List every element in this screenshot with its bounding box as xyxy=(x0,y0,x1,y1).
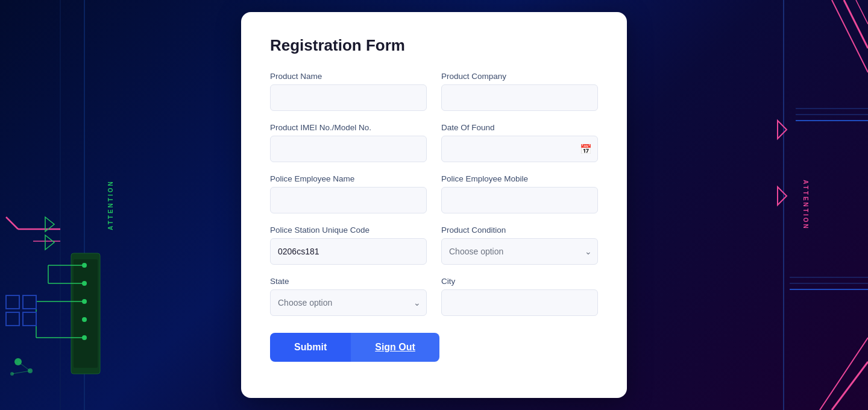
police-employee-name-group: Police Employee Name xyxy=(270,174,427,213)
date-of-found-label: Date Of Found xyxy=(441,123,598,132)
signout-button[interactable]: Sign Out xyxy=(351,333,439,362)
product-name-label: Product Name xyxy=(270,72,427,81)
police-station-code-group: Police Station Unique Code xyxy=(270,226,427,265)
buttons-row: Submit Sign Out xyxy=(270,333,598,362)
police-employee-name-input[interactable] xyxy=(270,187,427,213)
state-select-wrapper: Choose option ⌄ xyxy=(270,289,427,316)
city-label: City xyxy=(441,277,598,286)
product-imei-input[interactable] xyxy=(270,136,427,162)
product-condition-label: Product Condition xyxy=(441,226,598,235)
state-select[interactable]: Choose option xyxy=(270,289,427,316)
product-company-input[interactable] xyxy=(441,84,598,111)
police-employee-mobile-group: Police Employee Mobile xyxy=(441,174,598,213)
date-of-found-input[interactable] xyxy=(441,136,598,162)
product-condition-group: Product Condition Choose option ⌄ xyxy=(441,226,598,265)
form-title: Registration Form xyxy=(270,36,598,55)
product-imei-label: Product IMEI No./Model No. xyxy=(270,123,427,132)
state-group: State Choose option ⌄ xyxy=(270,277,427,316)
police-station-code-input[interactable] xyxy=(270,238,427,265)
form-grid: Product Name Product Company Product IME… xyxy=(270,72,598,316)
police-employee-mobile-label: Police Employee Mobile xyxy=(441,174,598,183)
product-condition-select[interactable]: Choose option xyxy=(441,238,598,265)
product-company-group: Product Company xyxy=(441,72,598,111)
product-imei-group: Product IMEI No./Model No. xyxy=(270,123,427,162)
police-employee-mobile-input[interactable] xyxy=(441,187,598,213)
city-group: City xyxy=(441,277,598,316)
date-of-found-group: Date Of Found 📅 xyxy=(441,123,598,162)
police-employee-name-label: Police Employee Name xyxy=(270,174,427,183)
police-station-code-label: Police Station Unique Code xyxy=(270,226,427,235)
date-wrapper: 📅 xyxy=(441,136,598,162)
submit-button[interactable]: Submit xyxy=(270,333,351,362)
product-name-input[interactable] xyxy=(270,84,427,111)
product-company-label: Product Company xyxy=(441,72,598,81)
state-label: State xyxy=(270,277,427,286)
registration-form-card: Registration Form Product Name Product C… xyxy=(241,12,627,398)
product-condition-select-wrapper: Choose option ⌄ xyxy=(441,238,598,265)
product-name-group: Product Name xyxy=(270,72,427,111)
city-input[interactable] xyxy=(441,289,598,316)
